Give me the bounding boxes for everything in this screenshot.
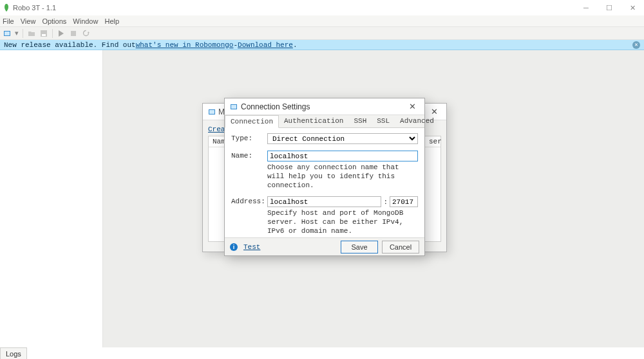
col-user-frag: ser	[425, 136, 440, 147]
address-hint: Specify host and port of MongoDB server.…	[267, 209, 418, 235]
info-icon: i	[230, 243, 238, 251]
toolbar-separator	[23, 29, 23, 38]
minimize-button[interactable]: ─	[574, 0, 598, 15]
save-icon[interactable]	[39, 28, 49, 39]
toolbar: ▾	[0, 27, 644, 40]
stop-icon[interactable]	[68, 28, 79, 39]
whats-new-link[interactable]: what's new in Robomongo	[136, 41, 234, 49]
dialog-icon	[208, 108, 216, 116]
tab-ssl[interactable]: SSL	[372, 115, 395, 127]
name-input[interactable]	[267, 151, 418, 161]
type-select[interactable]: Direct Connection	[267, 133, 418, 144]
type-label: Type:	[231, 133, 267, 142]
notification-bar: New release available. Find out what's n…	[0, 40, 644, 50]
menu-file[interactable]: File	[3, 17, 14, 25]
notify-sep: -	[233, 41, 238, 49]
tab-authentication[interactable]: Authentication	[279, 115, 348, 127]
notify-close-icon[interactable]: ✕	[632, 41, 640, 49]
sidebar	[0, 50, 103, 347]
menubar: File View Options Window Help	[0, 15, 644, 27]
maximize-button[interactable]: ☐	[598, 0, 621, 15]
notify-suffix: .	[293, 41, 298, 49]
cancel-button[interactable]: Cancel	[382, 241, 419, 253]
menu-view[interactable]: View	[21, 17, 36, 25]
svg-rect-6	[209, 110, 214, 114]
settings-tabs: Connection Authentication SSH SSL Advanc…	[225, 115, 424, 128]
close-button[interactable]: ✕	[621, 0, 644, 15]
logs-tab[interactable]: Logs	[0, 347, 27, 359]
settings-footer: i Test Save Cancel	[225, 237, 424, 255]
name-hint: Choose any connection name that will hel…	[267, 163, 418, 190]
open-icon[interactable]	[26, 28, 37, 39]
svg-rect-8	[231, 105, 236, 109]
download-link[interactable]: Download here	[238, 41, 293, 49]
dialog-icon	[230, 103, 238, 111]
menu-help[interactable]: Help	[104, 17, 119, 25]
address-separator: :	[383, 198, 388, 206]
connect-icon[interactable]	[2, 28, 12, 39]
svg-rect-4	[71, 31, 76, 36]
save-button[interactable]: Save	[341, 241, 378, 253]
rotate-icon[interactable]	[80, 28, 91, 39]
titlebar: Robo 3T - 1.1 ─ ☐ ✕	[0, 0, 644, 15]
name-label: Name:	[231, 151, 267, 160]
tab-connection[interactable]: Connection	[225, 115, 279, 128]
settings-close-button[interactable]: ✕	[405, 100, 419, 113]
test-button[interactable]: Test	[243, 243, 260, 251]
settings-title: Connection Settings	[241, 102, 310, 111]
svg-rect-3	[42, 34, 46, 36]
address-port-input[interactable]	[390, 196, 418, 207]
toolbar-separator	[52, 29, 53, 38]
menu-window[interactable]: Window	[73, 17, 98, 25]
tab-ssh[interactable]: SSH	[348, 115, 372, 127]
window-title: Robo 3T - 1.1	[13, 4, 56, 12]
svg-rect-1	[5, 32, 10, 35]
app-icon	[3, 4, 10, 12]
connect-dropdown-icon[interactable]: ▾	[14, 28, 19, 39]
notify-text: New release available. Find out	[4, 41, 136, 49]
menu-options[interactable]: Options	[42, 17, 66, 25]
connection-settings-dialog: Connection Settings ✕ Connection Authent…	[224, 98, 425, 256]
settings-titlebar: Connection Settings ✕	[225, 98, 424, 115]
address-host-input[interactable]	[267, 196, 381, 207]
settings-body: Type: Direct Connection Name: Choose any…	[225, 128, 424, 239]
play-icon[interactable]	[56, 28, 66, 39]
tab-advanced[interactable]: Advanced	[395, 115, 439, 127]
address-label: Address:	[231, 196, 267, 205]
